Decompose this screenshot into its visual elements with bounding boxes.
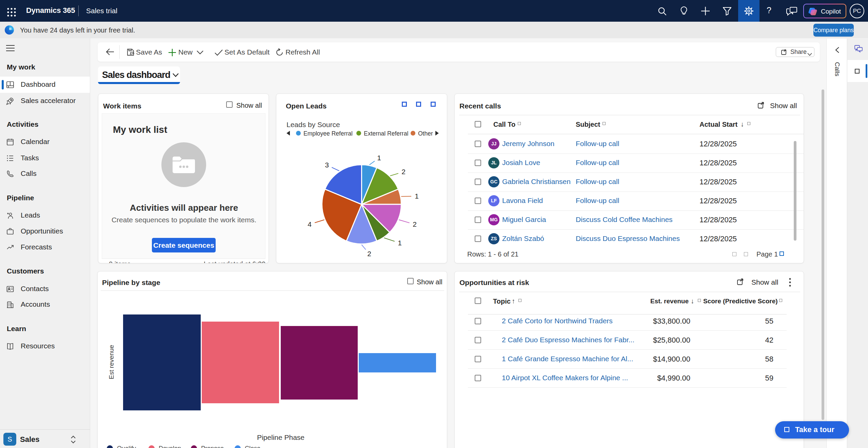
svg-text:3: 3: [325, 161, 329, 169]
svg-text:4: 4: [308, 220, 312, 228]
svg-text:2: 2: [367, 250, 371, 258]
svg-text:2: 2: [401, 168, 406, 176]
svg-text:1: 1: [398, 239, 402, 247]
svg-text:1: 1: [377, 154, 381, 162]
svg-text:2: 2: [413, 220, 417, 228]
svg-text:1: 1: [415, 192, 419, 200]
